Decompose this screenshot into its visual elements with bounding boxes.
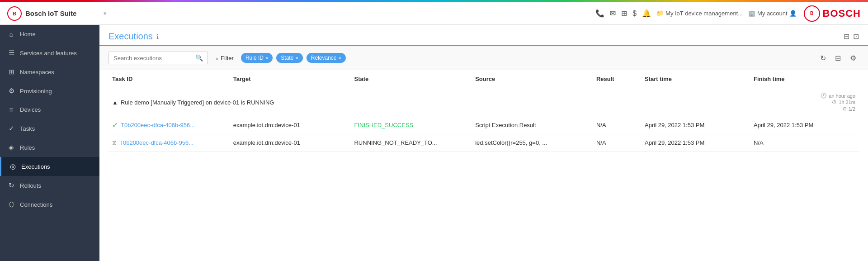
tag-relevance[interactable]: Relevance × [307,53,346,63]
tag-state-label: State [281,55,293,61]
meta-duration-row: ⏱ 1h 21m [832,100,855,105]
cell-start: April 29, 2022 1:53 PM [641,134,750,152]
sidebar-item-namespaces[interactable]: ⊞ Namespaces [0,62,99,81]
tag-rule-id-close[interactable]: × [265,55,268,61]
sidebar-item-connections[interactable]: ⬡ Connections [0,195,99,214]
sidebar-item-label: Namespaces [20,69,54,76]
sidebar-item-label: Services and features [20,50,77,57]
cell-result: N/A [593,116,641,134]
sidebar: ⌂ Home ☰ Services and features ⊞ Namespa… [0,25,99,261]
app-title: Bosch IoT Suite [25,9,76,17]
split-button[interactable]: ⊟ [832,52,844,64]
search-box[interactable]: 🔍 [108,52,208,64]
app-branding: B Bosch IoT Suite × [7,6,107,21]
settings-button[interactable]: ⚙ [847,52,859,64]
filter-button[interactable]: ⬦ Filter [212,52,237,64]
maximize-button[interactable]: ⊡ [853,32,859,41]
rollouts-icon: ↻ [7,181,15,190]
cell-state: FINISHED_SUCCESS [350,116,472,134]
page-header: Executions ℹ ⊟ ⊡ [99,25,868,46]
table-row: ⧖ T0b200eec-dfca-406b-956... example.iot… [108,134,859,152]
executions-table: Task ID Target State Source Result Start… [108,70,859,152]
tag-state[interactable]: State × [276,53,302,63]
sidebar-item-tasks[interactable]: ✓ Tasks [0,119,99,138]
cell-target: example.iot.dm:device-01 [230,134,351,152]
sidebar-item-provisioning[interactable]: ⚙ Provisioning [0,81,99,100]
app-logo: B [7,6,22,21]
collapse-icon[interactable]: ▲ [112,99,118,106]
bosch-logo: B [804,5,820,22]
content-area: Executions ℹ ⊟ ⊡ 🔍 ⬦ Filter Rule ID × [99,25,868,261]
filter-icon: ⬦ [215,55,219,62]
sidebar-item-label: Home [20,31,36,38]
col-header-source: Source [472,70,593,88]
group-meta: 🕐 an hour ago ⏱ 1h 21m ⊙ 1/2 [754,93,855,112]
task-id-link[interactable]: T0b200eec-dfca-406b-956... [119,139,193,146]
folder-icon: 📁 [656,10,664,17]
group-row: ▲ Rule demo [Manually Triggered] on devi… [108,88,859,117]
devices-icon: ≡ [7,106,15,114]
sidebar-item-label: Devices [20,106,41,113]
main-layout: ⌂ Home ☰ Services and features ⊞ Namespa… [0,25,868,261]
account-label: My account [757,10,787,17]
sidebar-item-rollouts[interactable]: ↻ Rollouts [0,176,99,195]
toolbar: 🔍 ⬦ Filter Rule ID × State × Relevance ×… [99,46,868,70]
tag-relevance-close[interactable]: × [339,55,341,61]
tag-relevance-label: Relevance [311,55,337,61]
group-label: ▲ Rule demo [Manually Triggered] on devi… [112,99,746,106]
sidebar-item-executions[interactable]: ◎ Executions [0,157,99,176]
task-id-link[interactable]: T0b200eec-dfca-406b-956... [121,122,195,128]
col-header-start: Start time [641,70,750,88]
timer-icon: ⏱ [832,100,837,105]
bosch-brand-name: BOSCH [823,8,861,19]
cell-taskid: ✓ T0b200eec-dfca-406b-956... [108,116,230,134]
search-icon: 🔍 [195,54,203,62]
tag-state-close[interactable]: × [295,55,298,61]
cell-source: led.setColor({r=255, g=0, ... [472,134,593,152]
sidebar-item-rules[interactable]: ◈ Rules [0,138,99,157]
table-container: Task ID Target State Source Result Start… [99,70,868,261]
bosch-brand: B BOSCH [804,5,861,22]
table-row: ✓ T0b200eec-dfca-406b-956... example.iot… [108,116,859,134]
sidebar-item-devices[interactable]: ≡ Devices [0,100,99,119]
home-icon: ⌂ [7,30,15,38]
provisioning-icon: ⚙ [7,87,15,95]
cell-result: N/A [593,134,641,152]
workspace-label: My IoT device management... [665,10,743,17]
rules-icon: ◈ [7,143,15,152]
cell-source: Script Execution Result [472,116,593,134]
cell-finish: April 29, 2022 1:53 PM [750,116,859,134]
refresh-button[interactable]: ↻ [817,52,829,64]
meta-count: 1/2 [849,106,855,112]
billing-icon[interactable]: $ [632,9,637,18]
sidebar-item-label: Connections [20,201,52,208]
bell-icon[interactable]: 🔔 [642,9,651,18]
sidebar-item-label: Rollouts [20,182,41,189]
sidebar-item-label: Executions [21,163,50,170]
status-icon-running: ⧖ [112,139,117,147]
minimize-button[interactable]: ⊟ [844,32,849,41]
meta-duration: 1h 21m [839,100,855,105]
sidebar-item-services[interactable]: ☰ Services and features [0,43,99,62]
col-header-result: Result [593,70,641,88]
col-header-target: Target [230,70,351,88]
col-header-finish: Finish time [750,70,859,88]
page-info-icon[interactable]: ℹ [156,33,159,40]
search-input[interactable] [113,55,193,62]
mail-icon[interactable]: ✉ [610,9,616,18]
group-title: Rule demo [Manually Triggered] on device… [121,99,274,106]
col-header-state: State [350,70,472,88]
connections-icon: ⬡ [7,200,15,209]
account-selector[interactable]: 🏢 My account 👤 [748,10,796,17]
tasks-icon: ✓ [7,124,15,133]
sidebar-close-button[interactable]: × [103,10,107,17]
workspace-selector[interactable]: 📁 My IoT device management... [656,10,743,17]
filter-label: Filter [221,55,234,62]
cell-target: example.iot.dm:device-01 [230,116,351,134]
phone-icon[interactable]: 📞 [595,9,604,18]
sidebar-item-home[interactable]: ⌂ Home [0,25,99,43]
cell-taskid: ⧖ T0b200eec-dfca-406b-956... [108,134,230,152]
status-icon-success: ✓ [112,121,118,129]
tag-rule-id[interactable]: Rule ID × [241,53,273,63]
layout-icon[interactable]: ⊞ [621,9,627,18]
